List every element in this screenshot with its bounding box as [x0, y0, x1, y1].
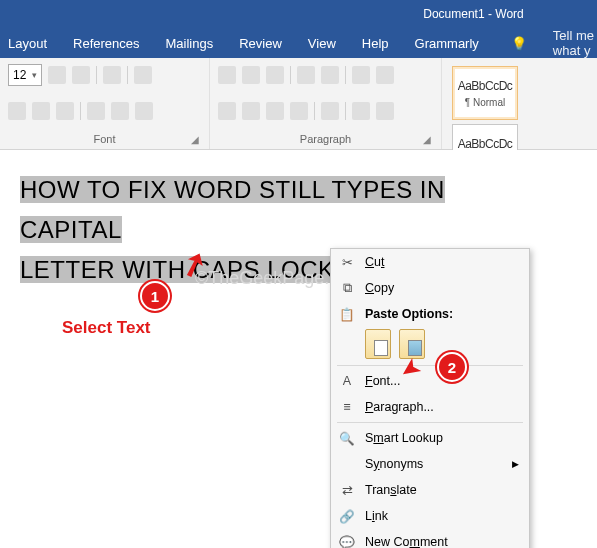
shading-icon[interactable] — [352, 102, 370, 120]
numbering-icon[interactable] — [242, 66, 260, 84]
subscript-icon[interactable] — [32, 102, 50, 120]
ctx-new-comment[interactable]: 💬New Comment — [331, 529, 529, 548]
ctx-cut[interactable]: ✂Cut — [331, 249, 529, 275]
tab-review[interactable]: Review — [239, 36, 282, 51]
multilevel-icon[interactable] — [266, 66, 284, 84]
tab-mailings[interactable]: Mailings — [166, 36, 214, 51]
ribbon: 12▾ Font◢ — [0, 58, 597, 150]
ribbon-group-paragraph: Paragraph◢ — [210, 58, 442, 149]
align-right-icon[interactable] — [266, 102, 284, 120]
copy-icon: ⧉ — [337, 281, 357, 296]
paragraph-icon: ≡ — [337, 400, 357, 414]
increase-indent-icon[interactable] — [321, 66, 339, 84]
context-menu: ✂Cut ⧉Copy 📋Paste Options: AFont... ≡Par… — [330, 248, 530, 548]
borders-icon[interactable] — [376, 102, 394, 120]
paste-icon: 📋 — [337, 307, 357, 322]
text-effects-icon[interactable] — [87, 102, 105, 120]
cut-icon: ✂ — [337, 255, 357, 270]
font-color-icon[interactable] — [135, 102, 153, 120]
annotation-badge-2: 2 — [437, 352, 467, 382]
comment-icon: 💬 — [337, 535, 357, 549]
font-letter-icon: A — [337, 374, 357, 388]
tab-view[interactable]: View — [308, 36, 336, 51]
grow-font-icon[interactable] — [48, 66, 66, 84]
group-label-font: Font◢ — [8, 133, 201, 149]
clear-format-icon[interactable] — [134, 66, 152, 84]
align-left-icon[interactable] — [218, 102, 236, 120]
show-marks-icon[interactable] — [376, 66, 394, 84]
link-icon: 🔗 — [337, 509, 357, 524]
tell-me-input[interactable]: Tell me what y — [553, 28, 597, 58]
ctx-copy[interactable]: ⧉Copy — [331, 275, 529, 301]
ctx-smart-lookup[interactable]: 🔍Smart Lookup — [331, 425, 529, 451]
tab-help[interactable]: Help — [362, 36, 389, 51]
justify-icon[interactable] — [290, 102, 308, 120]
superscript-icon[interactable] — [56, 102, 74, 120]
annotation-badge-1: 1 — [140, 281, 170, 311]
sort-icon[interactable] — [352, 66, 370, 84]
tab-references[interactable]: References — [73, 36, 139, 51]
align-center-icon[interactable] — [242, 102, 260, 120]
document-title: Document1 - Word — [423, 7, 523, 21]
group-label-paragraph: Paragraph◢ — [218, 133, 433, 149]
ctx-translate[interactable]: ⇄Translate — [331, 477, 529, 503]
font-size-combo[interactable]: 12▾ — [8, 64, 42, 86]
ctx-paragraph[interactable]: ≡Paragraph... — [331, 394, 529, 420]
strike-icon[interactable] — [8, 102, 26, 120]
tab-grammarly[interactable]: Grammarly — [415, 36, 479, 51]
menu-bar: Layout References Mailings Review View H… — [0, 28, 597, 58]
tab-layout[interactable]: Layout — [8, 36, 47, 51]
style-normal[interactable]: AaBbCcDc ¶ Normal — [452, 66, 518, 120]
shrink-font-icon[interactable] — [72, 66, 90, 84]
line-spacing-icon[interactable] — [321, 102, 339, 120]
decrease-indent-icon[interactable] — [297, 66, 315, 84]
chevron-right-icon: ▶ — [512, 459, 519, 469]
title-bar: Document1 - Word — [0, 0, 597, 28]
paste-keep-source-icon[interactable] — [365, 329, 391, 359]
bullets-icon[interactable] — [218, 66, 236, 84]
annotation-text-1: Select Text — [62, 318, 151, 338]
dialog-launcher-icon[interactable]: ◢ — [191, 134, 199, 145]
dialog-launcher-icon[interactable]: ◢ — [423, 134, 431, 145]
ribbon-group-styles: AaBbCcDc ¶ Normal AaBbCcDc ¶ No Spac... — [442, 58, 597, 149]
lookup-icon: 🔍 — [337, 431, 357, 446]
bulb-icon: 💡 — [511, 36, 527, 51]
change-case-icon[interactable] — [103, 66, 121, 84]
ctx-font[interactable]: AFont... — [331, 368, 529, 394]
ctx-paste-options: 📋Paste Options: — [331, 301, 529, 327]
ctx-link[interactable]: 🔗Link — [331, 503, 529, 529]
translate-icon: ⇄ — [337, 483, 357, 498]
highlight-icon[interactable] — [111, 102, 129, 120]
ribbon-group-font: 12▾ Font◢ — [0, 58, 210, 149]
ctx-synonyms[interactable]: Synonyms▶ — [331, 451, 529, 477]
